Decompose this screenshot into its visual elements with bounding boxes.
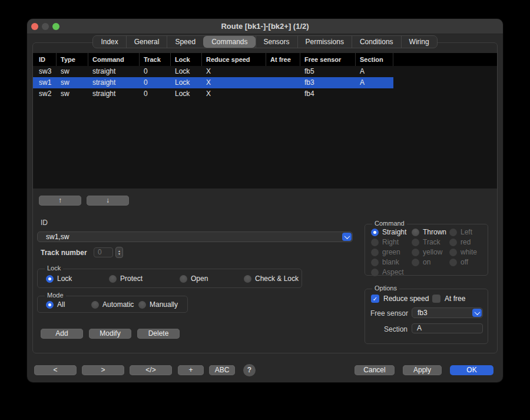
id-combobox[interactable]: sw1,sw [37, 232, 353, 242]
cancel-button[interactable]: Cancel [355, 365, 395, 375]
radio-left: Left [449, 228, 477, 236]
column-header-type[interactable]: Type [57, 53, 88, 66]
column-header-lock[interactable]: Lock [171, 53, 202, 66]
radio-icon [244, 275, 251, 283]
previous-button[interactable]: < [34, 365, 77, 375]
options-group-label: Options [372, 285, 399, 292]
radio-icon [449, 229, 457, 236]
chevron-down-icon [344, 233, 350, 239]
table-row-sw3[interactable]: sw3 sw straight 0 Lock X fb5 A [33, 66, 497, 77]
radio-straight[interactable]: Straight [371, 228, 412, 236]
radio-lock[interactable]: Lock [46, 275, 72, 283]
free-sensor-combobox[interactable]: fb3 [412, 307, 483, 318]
radio-all[interactable]: All [46, 300, 65, 309]
id-combobox-value: sw1,sw [46, 232, 69, 242]
cell-track: 0 [140, 88, 171, 100]
cell-free-sensor: fb5 [300, 66, 356, 77]
column-header-id[interactable]: ID [33, 53, 57, 66]
radio-open[interactable]: Open [180, 275, 208, 283]
cell-id: sw2 [33, 88, 57, 100]
radio-icon [180, 275, 187, 283]
radio-track-label: Track [423, 238, 440, 246]
radio-green: green [371, 248, 412, 256]
add-button[interactable]: Add [41, 329, 83, 339]
titlebar[interactable]: Route [bk1-]-[bk2+] (1/2) [27, 19, 503, 34]
delete-button[interactable]: Delete [137, 329, 180, 339]
tab-wiring[interactable]: Wiring [401, 36, 437, 48]
cell-type: sw [57, 66, 88, 77]
radio-blank: blank [371, 258, 412, 266]
mode-group-label: Mode [45, 292, 66, 299]
tab-segmented-control: Index General Speed Commands Sensors Per… [92, 35, 437, 48]
track-number-label: Track number [41, 249, 87, 257]
tab-commands[interactable]: Commands [203, 36, 255, 48]
column-header-reduce-speed[interactable]: Reduce speed [202, 53, 266, 66]
lock-group-label: Lock [45, 264, 63, 272]
cell-reduce-speed: X [202, 77, 266, 88]
abc-button[interactable]: ABC [209, 365, 235, 375]
ok-button[interactable]: OK [450, 365, 493, 375]
mode-group: Mode All Automatic Manually [37, 296, 188, 313]
cell-section: A [356, 66, 393, 77]
cell-at-free [266, 77, 300, 88]
radio-icon [449, 249, 457, 256]
xml-button[interactable]: </> [130, 365, 172, 375]
at-free-label: At free [445, 295, 465, 303]
radio-red-label: red [461, 238, 471, 246]
lock-group: Lock Lock Protect Open Check & Lock [37, 269, 302, 288]
at-free-checkbox[interactable]: At free [432, 295, 465, 303]
column-header-section[interactable]: Section [356, 53, 393, 66]
radio-automatic[interactable]: Automatic [91, 300, 134, 309]
column-header-free-sensor[interactable]: Free sensor [300, 53, 356, 66]
id-combobox-dropdown-button[interactable] [342, 233, 352, 241]
radio-icon [109, 275, 117, 283]
radio-thrown[interactable]: Thrown [412, 228, 449, 236]
radio-icon [449, 259, 457, 266]
radio-blank-label: blank [382, 258, 399, 266]
move-up-button[interactable]: ↑ [39, 196, 81, 206]
modify-button[interactable]: Modify [89, 329, 131, 339]
radio-icon [412, 249, 419, 256]
radio-icon [371, 259, 379, 266]
reduce-speed-checkbox[interactable]: ✓ Reduce speed [371, 295, 429, 303]
column-header-track[interactable]: Track [140, 53, 171, 66]
radio-manually[interactable]: Manually [138, 300, 178, 309]
next-button[interactable]: > [82, 365, 124, 375]
column-header-command[interactable]: Command [88, 53, 140, 66]
column-header-at-free[interactable]: At free [266, 53, 300, 66]
route-dialog: Route [bk1-]-[bk2+] (1/2) Index General … [27, 19, 503, 382]
radio-icon [91, 301, 99, 309]
track-number-field[interactable]: 0 [94, 247, 113, 257]
command-group: Command Straight Thrown Left [365, 224, 488, 276]
radio-icon [412, 239, 419, 246]
move-down-button[interactable]: ↓ [87, 196, 129, 206]
radio-protect[interactable]: Protect [109, 275, 143, 283]
cell-reduce-speed: X [202, 88, 266, 100]
table-row-sw2[interactable]: sw2 sw straight 0 Lock X fb4 [33, 88, 497, 100]
tab-index[interactable]: Index [93, 36, 125, 48]
radio-on-label: on [423, 258, 430, 266]
tab-speed[interactable]: Speed [167, 36, 203, 48]
radio-left-label: Left [461, 228, 472, 236]
radio-icon [371, 249, 379, 256]
help-button[interactable]: ? [243, 364, 256, 376]
cell-lock: Lock [171, 88, 202, 100]
radio-icon [138, 301, 146, 309]
tab-general[interactable]: General [126, 36, 167, 48]
radio-thrown-label: Thrown [423, 228, 446, 236]
cell-command: straight [88, 88, 140, 100]
tab-sensors[interactable]: Sensors [256, 36, 297, 48]
radio-track: Track [412, 238, 449, 246]
plus-button[interactable]: + [178, 365, 204, 375]
tab-conditions[interactable]: Conditions [352, 36, 401, 48]
radio-white: white [449, 248, 477, 256]
tab-permissions[interactable]: Permissions [297, 36, 352, 48]
table-row-sw1-selected[interactable]: sw1 sw straight 0 Lock X fb3 A [33, 77, 497, 88]
free-sensor-dropdown-button[interactable] [472, 309, 482, 317]
radio-red: red [449, 238, 477, 246]
track-number-stepper[interactable]: ▴ ▾ [115, 247, 123, 258]
section-field[interactable]: A [412, 323, 483, 333]
apply-button[interactable]: Apply [403, 365, 442, 375]
radio-check-and-lock[interactable]: Check & Lock [244, 275, 299, 283]
commands-table: ID Type Command Track Lock Reduce speed … [33, 53, 497, 188]
